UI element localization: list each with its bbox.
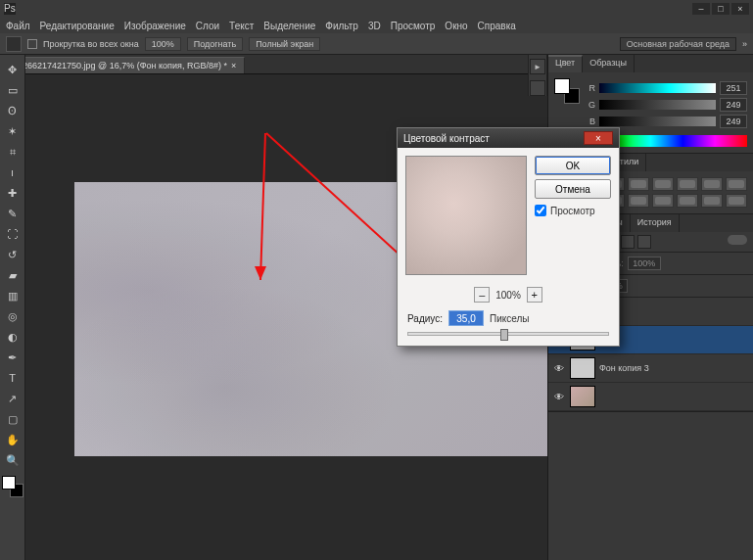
text-tool-icon[interactable]: T [2, 368, 24, 388]
adjustment-icon[interactable] [701, 194, 723, 208]
layer-thumbnail[interactable] [570, 357, 595, 379]
preview-checkbox[interactable] [535, 205, 546, 216]
menu-view[interactable]: Просмотр [391, 21, 436, 31]
channel-g-slider[interactable] [599, 100, 716, 110]
menu-file[interactable]: Файл [6, 21, 30, 31]
dialog-close-button[interactable]: × [584, 131, 613, 145]
tab-color[interactable]: Цвет [548, 55, 583, 72]
zoom-plus-button[interactable]: + [527, 287, 542, 303]
filter-smart-icon[interactable] [637, 235, 651, 249]
radius-slider[interactable] [407, 332, 609, 336]
ruler-panel-icon[interactable] [530, 80, 545, 96]
ok-button[interactable]: OK [535, 156, 611, 175]
preview-toggle[interactable]: Просмотр [535, 205, 611, 216]
menu-window[interactable]: Окно [445, 21, 467, 31]
close-window-button[interactable]: × [731, 3, 749, 15]
channel-b-slider[interactable] [599, 117, 716, 126]
radius-label: Радиус: [407, 313, 443, 324]
minimize-button[interactable]: – [692, 3, 710, 15]
adjustment-icon[interactable] [726, 177, 747, 191]
layer-row[interactable]: 👁 Фон копия 3 [548, 354, 753, 383]
crop-tool-icon[interactable]: ⌗ [2, 142, 24, 162]
cancel-button[interactable]: Отмена [535, 179, 611, 199]
workspace-overflow-icon[interactable]: » [742, 39, 747, 49]
workspace-switcher[interactable]: Основная рабочая среда [620, 37, 736, 51]
gradient-tool-icon[interactable]: ▥ [2, 286, 24, 305]
high-pass-dialog[interactable]: Цветовой контраст × OK Отмена Просмотр –… [397, 127, 620, 347]
document-tab[interactable]: 15266217421750.jpg @ 16,7% (Фон копия, R… [4, 57, 245, 73]
hand-tool-icon[interactable]: ✋ [2, 430, 24, 449]
tab-history[interactable]: История [631, 214, 680, 232]
menu-image[interactable]: Изображение [124, 21, 186, 31]
menubar: Файл Редактирование Изображение Слои Тек… [0, 18, 753, 33]
heal-tool-icon[interactable]: ✚ [2, 183, 24, 203]
adjustment-icon[interactable] [652, 194, 674, 208]
filter-shape-icon[interactable] [621, 235, 635, 249]
shape-tool-icon[interactable]: ▢ [2, 409, 24, 429]
move-tool-icon[interactable]: ✥ [2, 60, 24, 79]
marquee-tool-icon[interactable]: ▭ [2, 80, 24, 100]
adjustment-icon[interactable] [726, 194, 747, 208]
collapsed-panel-dock: ► [528, 55, 547, 96]
visibility-eye-icon[interactable]: 👁 [552, 392, 566, 402]
zoom-tool-icon[interactable]: 🔍 [2, 450, 24, 470]
toolbox: ✥ ▭ ʘ ✶ ⌗ ı ✚ ✎ ⛶ ↺ ▰ ▥ ◎ ◐ ✒ T ↗ ▢ ✋ 🔍 [0, 55, 25, 560]
menu-filter[interactable]: Фильтр [325, 21, 358, 31]
scroll-all-checkbox[interactable] [27, 39, 37, 49]
channel-r-value[interactable]: 251 [720, 81, 747, 95]
path-tool-icon[interactable]: ↗ [2, 389, 24, 408]
wand-tool-icon[interactable]: ✶ [2, 121, 24, 141]
menu-3d[interactable]: 3D [368, 21, 381, 31]
dialog-preview[interactable] [405, 156, 527, 275]
stamp-tool-icon[interactable]: ⛶ [2, 224, 24, 244]
layer-name[interactable]: Фон копия 3 [599, 363, 649, 373]
brush-tool-icon[interactable]: ✎ [2, 204, 24, 223]
layer-thumbnail[interactable] [570, 386, 595, 407]
fit-button[interactable]: Подогнать [187, 37, 243, 51]
zoom-minus-button[interactable]: – [474, 287, 490, 303]
eraser-tool-icon[interactable]: ▰ [2, 265, 24, 285]
pen-tool-icon[interactable]: ✒ [2, 348, 24, 367]
adjustment-icon[interactable] [677, 177, 698, 191]
adjustment-icon[interactable] [628, 194, 649, 208]
dialog-titlebar[interactable]: Цветовой контраст × [398, 128, 619, 148]
channel-g-value[interactable]: 249 [720, 98, 747, 112]
tab-swatches[interactable]: Образцы [583, 55, 635, 72]
menu-select[interactable]: Выделение [263, 21, 315, 31]
dialog-title: Цветовой контраст [403, 133, 490, 144]
lasso-tool-icon[interactable]: ʘ [2, 101, 24, 120]
dodge-tool-icon[interactable]: ◐ [2, 327, 24, 347]
zoom-100-button[interactable]: 100% [145, 37, 181, 51]
adjustment-icon[interactable] [652, 177, 674, 191]
preview-label: Просмотр [550, 206, 595, 216]
app-logo-icon: Ps [4, 3, 16, 15]
menu-edit[interactable]: Редактирование [40, 21, 115, 31]
visibility-eye-icon[interactable]: 👁 [552, 363, 566, 374]
radius-slider-thumb[interactable] [500, 329, 508, 341]
menu-text[interactable]: Текст [229, 21, 254, 31]
channel-b-label: B [586, 117, 595, 126]
blur-tool-icon[interactable]: ◎ [2, 306, 24, 326]
maximize-button[interactable]: □ [712, 3, 729, 15]
channel-r-label: R [586, 83, 595, 93]
radius-input[interactable] [448, 310, 484, 326]
menu-help[interactable]: Справка [478, 21, 516, 31]
adjustment-icon[interactable] [628, 177, 649, 191]
document-tab-close-icon[interactable]: × [231, 61, 236, 70]
play-actions-icon[interactable]: ► [530, 59, 545, 74]
active-tool-icon[interactable] [6, 36, 22, 52]
history-brush-tool-icon[interactable]: ↺ [2, 245, 24, 264]
adjustment-icon[interactable] [677, 194, 698, 208]
channel-r-slider[interactable] [599, 83, 716, 93]
fgbg-swatches[interactable] [2, 476, 24, 497]
filter-toggle[interactable] [728, 235, 747, 245]
layer-row[interactable]: 👁 [548, 383, 753, 411]
eyedropper-tool-icon[interactable]: ı [2, 163, 24, 182]
channel-b-value[interactable]: 249 [720, 115, 747, 128]
menu-layers[interactable]: Слои [196, 21, 219, 31]
adjustment-icon[interactable] [701, 177, 723, 191]
opacity-value[interactable]: 100% [628, 257, 661, 270]
color-mini-swatch[interactable] [554, 78, 580, 104]
fullscreen-button[interactable]: Полный экран [249, 37, 320, 51]
foreground-color-swatch[interactable] [2, 476, 16, 490]
